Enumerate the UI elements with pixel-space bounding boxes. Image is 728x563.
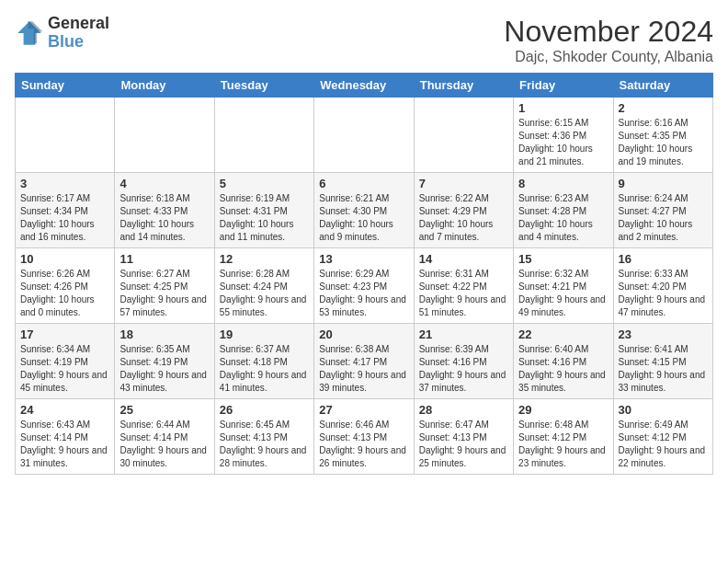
day-info: Sunrise: 6:40 AM Sunset: 4:16 PM Dayligh… — [518, 343, 608, 395]
day-info: Sunrise: 6:18 AM Sunset: 4:33 PM Dayligh… — [119, 192, 209, 244]
day-number: 19 — [220, 327, 309, 341]
month-title: November 2024 — [504, 15, 713, 49]
calendar-cell: 9Sunrise: 6:24 AM Sunset: 4:27 PM Daylig… — [613, 173, 712, 248]
calendar-cell: 13Sunrise: 6:29 AM Sunset: 4:23 PM Dayli… — [314, 248, 414, 324]
calendar-cell: 1Sunrise: 6:15 AM Sunset: 4:36 PM Daylig… — [514, 98, 613, 173]
day-number: 20 — [319, 327, 408, 341]
calendar-cell: 17Sunrise: 6:34 AM Sunset: 4:19 PM Dayli… — [16, 324, 115, 399]
calendar-cell: 28Sunrise: 6:47 AM Sunset: 4:13 PM Dayli… — [414, 399, 513, 475]
day-number: 9 — [619, 177, 708, 190]
day-info: Sunrise: 6:15 AM Sunset: 4:36 PM Dayligh… — [518, 117, 608, 168]
day-info: Sunrise: 6:34 AM Sunset: 4:19 PM Dayligh… — [20, 343, 109, 395]
calendar-cell: 25Sunrise: 6:44 AM Sunset: 4:14 PM Dayli… — [115, 399, 214, 475]
day-info: Sunrise: 6:48 AM Sunset: 4:12 PM Dayligh… — [518, 419, 608, 470]
week-row-3: 10Sunrise: 6:26 AM Sunset: 4:26 PM Dayli… — [16, 248, 713, 324]
calendar-table: SundayMondayTuesdayWednesdayThursdayFrid… — [15, 73, 713, 475]
day-info: Sunrise: 6:41 AM Sunset: 4:15 PM Dayligh… — [619, 343, 708, 395]
week-row-1: 1Sunrise: 6:15 AM Sunset: 4:36 PM Daylig… — [16, 98, 713, 173]
calendar-cell: 15Sunrise: 6:32 AM Sunset: 4:21 PM Dayli… — [514, 248, 613, 324]
calendar-cell: 14Sunrise: 6:31 AM Sunset: 4:22 PM Dayli… — [414, 248, 513, 324]
day-number: 27 — [319, 403, 408, 417]
logo: General Blue — [15, 15, 109, 52]
calendar-cell: 22Sunrise: 6:40 AM Sunset: 4:16 PM Dayli… — [514, 324, 613, 399]
calendar-cell: 18Sunrise: 6:35 AM Sunset: 4:19 PM Dayli… — [115, 324, 214, 399]
day-info: Sunrise: 6:38 AM Sunset: 4:17 PM Dayligh… — [319, 343, 408, 395]
day-number: 23 — [619, 327, 708, 341]
title-area: November 2024 Dajc, Shkoder County, Alba… — [504, 15, 713, 65]
calendar-cell: 6Sunrise: 6:21 AM Sunset: 4:30 PM Daylig… — [314, 173, 414, 248]
day-number: 15 — [518, 252, 608, 266]
calendar-cell: 5Sunrise: 6:19 AM Sunset: 4:31 PM Daylig… — [214, 173, 313, 248]
day-number: 13 — [319, 252, 408, 266]
logo-general-text: General — [48, 15, 109, 33]
weekday-header-thursday: Thursday — [414, 74, 513, 98]
day-number: 22 — [518, 327, 608, 341]
day-info: Sunrise: 6:33 AM Sunset: 4:20 PM Dayligh… — [619, 268, 708, 319]
day-info: Sunrise: 6:37 AM Sunset: 4:18 PM Dayligh… — [220, 343, 309, 395]
day-number: 14 — [419, 252, 508, 266]
calendar-cell: 7Sunrise: 6:22 AM Sunset: 4:29 PM Daylig… — [414, 173, 513, 248]
day-number: 4 — [119, 177, 209, 190]
calendar-cell: 23Sunrise: 6:41 AM Sunset: 4:15 PM Dayli… — [613, 324, 712, 399]
day-info: Sunrise: 6:19 AM Sunset: 4:31 PM Dayligh… — [220, 192, 309, 244]
weekday-header-sunday: Sunday — [16, 74, 115, 98]
weekday-header-friday: Friday — [514, 74, 613, 98]
logo-blue-text: Blue — [48, 33, 109, 52]
week-row-2: 3Sunrise: 6:17 AM Sunset: 4:34 PM Daylig… — [16, 173, 713, 248]
day-info: Sunrise: 6:24 AM Sunset: 4:27 PM Dayligh… — [619, 192, 708, 244]
calendar-cell: 21Sunrise: 6:39 AM Sunset: 4:16 PM Dayli… — [414, 324, 513, 399]
day-number: 8 — [518, 177, 608, 190]
calendar-cell: 16Sunrise: 6:33 AM Sunset: 4:20 PM Dayli… — [613, 248, 712, 324]
calendar-cell — [115, 98, 214, 173]
day-info: Sunrise: 6:47 AM Sunset: 4:13 PM Dayligh… — [419, 419, 508, 470]
calendar-cell: 27Sunrise: 6:46 AM Sunset: 4:13 PM Dayli… — [314, 399, 414, 475]
day-info: Sunrise: 6:27 AM Sunset: 4:25 PM Dayligh… — [119, 268, 209, 319]
weekday-header-monday: Monday — [115, 74, 214, 98]
calendar-cell: 29Sunrise: 6:48 AM Sunset: 4:12 PM Dayli… — [514, 399, 613, 475]
week-row-5: 24Sunrise: 6:43 AM Sunset: 4:14 PM Dayli… — [16, 399, 713, 475]
day-number: 11 — [119, 252, 209, 266]
logo-icon — [15, 18, 44, 48]
logo-text: General Blue — [48, 15, 109, 52]
page-header: General Blue November 2024 Dajc, Shkoder… — [15, 15, 713, 65]
day-number: 16 — [619, 252, 708, 266]
calendar-cell: 8Sunrise: 6:23 AM Sunset: 4:28 PM Daylig… — [514, 173, 613, 248]
calendar-cell: 30Sunrise: 6:49 AM Sunset: 4:12 PM Dayli… — [613, 399, 712, 475]
day-number: 3 — [20, 177, 109, 190]
day-number: 17 — [20, 327, 109, 341]
day-info: Sunrise: 6:28 AM Sunset: 4:24 PM Dayligh… — [220, 268, 309, 319]
weekday-header-saturday: Saturday — [613, 74, 712, 98]
calendar-cell: 10Sunrise: 6:26 AM Sunset: 4:26 PM Dayli… — [16, 248, 115, 324]
day-info: Sunrise: 6:17 AM Sunset: 4:34 PM Dayligh… — [20, 192, 109, 244]
day-info: Sunrise: 6:26 AM Sunset: 4:26 PM Dayligh… — [20, 268, 109, 319]
calendar-cell: 2Sunrise: 6:16 AM Sunset: 4:35 PM Daylig… — [613, 98, 712, 173]
day-info: Sunrise: 6:31 AM Sunset: 4:22 PM Dayligh… — [419, 268, 508, 319]
day-info: Sunrise: 6:45 AM Sunset: 4:13 PM Dayligh… — [220, 419, 309, 470]
week-row-4: 17Sunrise: 6:34 AM Sunset: 4:19 PM Dayli… — [16, 324, 713, 399]
weekday-header-row: SundayMondayTuesdayWednesdayThursdayFrid… — [16, 74, 713, 98]
day-info: Sunrise: 6:21 AM Sunset: 4:30 PM Dayligh… — [319, 192, 408, 244]
weekday-header-tuesday: Tuesday — [214, 74, 313, 98]
day-number: 26 — [220, 403, 309, 417]
day-info: Sunrise: 6:22 AM Sunset: 4:29 PM Dayligh… — [419, 192, 508, 244]
day-number: 24 — [20, 403, 109, 417]
day-number: 25 — [119, 403, 209, 417]
day-info: Sunrise: 6:43 AM Sunset: 4:14 PM Dayligh… — [20, 419, 109, 470]
calendar-cell: 4Sunrise: 6:18 AM Sunset: 4:33 PM Daylig… — [115, 173, 214, 248]
day-info: Sunrise: 6:49 AM Sunset: 4:12 PM Dayligh… — [619, 419, 708, 470]
weekday-header-wednesday: Wednesday — [314, 74, 414, 98]
calendar-cell: 24Sunrise: 6:43 AM Sunset: 4:14 PM Dayli… — [16, 399, 115, 475]
day-info: Sunrise: 6:16 AM Sunset: 4:35 PM Dayligh… — [619, 117, 708, 168]
day-number: 7 — [419, 177, 508, 190]
calendar-cell: 26Sunrise: 6:45 AM Sunset: 4:13 PM Dayli… — [214, 399, 313, 475]
day-number: 18 — [119, 327, 209, 341]
day-info: Sunrise: 6:46 AM Sunset: 4:13 PM Dayligh… — [319, 419, 408, 470]
day-info: Sunrise: 6:39 AM Sunset: 4:16 PM Dayligh… — [419, 343, 508, 395]
day-info: Sunrise: 6:32 AM Sunset: 4:21 PM Dayligh… — [518, 268, 608, 319]
day-info: Sunrise: 6:35 AM Sunset: 4:19 PM Dayligh… — [119, 343, 209, 395]
calendar-cell — [314, 98, 414, 173]
calendar-cell: 20Sunrise: 6:38 AM Sunset: 4:17 PM Dayli… — [314, 324, 414, 399]
calendar-cell: 11Sunrise: 6:27 AM Sunset: 4:25 PM Dayli… — [115, 248, 214, 324]
day-info: Sunrise: 6:29 AM Sunset: 4:23 PM Dayligh… — [319, 268, 408, 319]
day-number: 5 — [220, 177, 309, 190]
